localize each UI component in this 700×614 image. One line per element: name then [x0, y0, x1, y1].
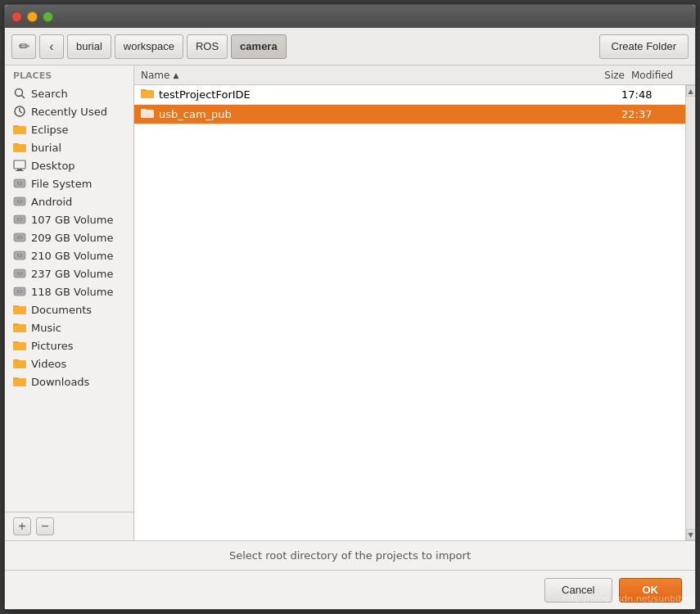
- folder-icon-pictures: [13, 339, 26, 352]
- sidebar-label-videos: Videos: [31, 358, 66, 370]
- sidebar-label-downloads: Downloads: [31, 376, 89, 388]
- svg-point-29: [19, 273, 20, 274]
- svg-rect-9: [14, 160, 25, 169]
- svg-rect-11: [16, 170, 24, 171]
- sidebar-item-search[interactable]: Search: [5, 84, 133, 102]
- svg-line-4: [20, 111, 22, 113]
- crumb-burial[interactable]: burial: [67, 34, 111, 59]
- sidebar-label-209gb: 209 GB Volume: [31, 232, 113, 244]
- sidebar-footer: + −: [5, 512, 133, 540]
- sidebar-item-documents[interactable]: Documents: [5, 300, 133, 318]
- file-row[interactable]: usb_cam_pub 22:37: [134, 105, 685, 124]
- folder-icon-eclipse: [13, 123, 26, 136]
- maximize-btn[interactable]: [43, 11, 53, 22]
- titlebar: [5, 5, 695, 28]
- remove-bookmark-button[interactable]: −: [36, 517, 54, 535]
- close-btn[interactable]: [11, 11, 22, 22]
- content-area: Places Search Recently Used Ec: [5, 65, 695, 540]
- sidebar-label-210gb: 210 GB Volume: [31, 250, 113, 262]
- back-button[interactable]: ‹: [39, 34, 64, 59]
- sidebar-label-desktop: Desktop: [31, 160, 75, 172]
- drive-icon-107gb: [13, 213, 26, 226]
- svg-rect-10: [17, 169, 22, 170]
- drive-icon-209gb: [13, 231, 26, 244]
- sidebar-item-android[interactable]: Android: [5, 192, 133, 210]
- sidebar-label-107gb: 107 GB Volume: [31, 214, 113, 226]
- edit-icon: ✏: [19, 38, 29, 54]
- svg-rect-44: [141, 89, 147, 92]
- sort-icon: ▲: [173, 71, 178, 79]
- svg-rect-38: [13, 341, 19, 344]
- col-header-modified[interactable]: Modified: [631, 70, 689, 81]
- sidebar-item-209gb[interactable]: 209 GB Volume: [5, 228, 133, 246]
- sidebar-label-search: Search: [31, 88, 68, 100]
- back-icon: ‹: [49, 39, 53, 54]
- svg-rect-8: [13, 143, 19, 146]
- sidebar-label-eclipse: Eclipse: [31, 124, 69, 136]
- sidebar-item-desktop[interactable]: Desktop: [5, 156, 133, 174]
- file-row[interactable]: testProjectForIDE 17:48: [134, 85, 685, 105]
- folder-icon-testproject: [141, 88, 154, 102]
- sidebar-item-118gb[interactable]: 118 GB Volume: [5, 282, 133, 300]
- col-header-name[interactable]: Name ▲: [141, 70, 582, 81]
- scrollbar[interactable]: ▲ ▼: [685, 85, 695, 540]
- folder-icon-usbcampub: [141, 107, 154, 121]
- col-header-size[interactable]: Size: [582, 70, 631, 81]
- svg-point-23: [19, 237, 20, 238]
- sidebar-item-eclipse[interactable]: Eclipse: [5, 120, 133, 138]
- scroll-down-arrow[interactable]: ▼: [686, 529, 696, 540]
- crumb-ros[interactable]: ROS: [187, 34, 228, 59]
- svg-point-17: [19, 201, 20, 202]
- sidebar-item-recently-used[interactable]: Recently Used: [5, 102, 133, 120]
- bottom-bar: Cancel OK: [5, 570, 695, 609]
- sidebar-item-filesystem[interactable]: File System: [5, 174, 133, 192]
- svg-rect-34: [13, 305, 19, 308]
- svg-rect-40: [13, 359, 19, 362]
- sidebar-item-237gb[interactable]: 237 GB Volume: [5, 264, 133, 282]
- minimize-btn[interactable]: [27, 11, 38, 22]
- drive-icon-118gb: [13, 285, 26, 298]
- add-bookmark-button[interactable]: +: [13, 517, 31, 535]
- sidebar: Places Search Recently Used Ec: [5, 65, 134, 540]
- file-modified-testproject: 17:48: [621, 88, 679, 101]
- sidebar-item-burial[interactable]: burial: [5, 138, 133, 156]
- sidebar-header: Places: [5, 65, 133, 84]
- clock-icon: [13, 105, 26, 118]
- file-list-header: Name ▲ Size Modified: [134, 65, 695, 85]
- edit-button[interactable]: ✏: [11, 34, 36, 59]
- svg-point-0: [16, 89, 23, 97]
- folder-icon-burial: [13, 141, 26, 154]
- sidebar-label-burial: burial: [31, 142, 61, 154]
- svg-rect-46: [141, 109, 147, 111]
- status-message: Select root directory of the projects to…: [229, 549, 471, 562]
- sidebar-item-videos[interactable]: Videos: [5, 354, 133, 372]
- folder-icon-documents: [13, 303, 26, 316]
- svg-rect-36: [13, 323, 19, 326]
- sidebar-label-filesystem: File System: [31, 178, 92, 190]
- drive-icon-filesystem: [13, 177, 26, 190]
- file-name-usbcampub: usb_cam_pub: [141, 107, 572, 121]
- sidebar-item-210gb[interactable]: 210 GB Volume: [5, 246, 133, 264]
- drive-icon-237gb: [13, 267, 26, 280]
- sidebar-item-107gb[interactable]: 107 GB Volume: [5, 210, 133, 228]
- crumb-workspace[interactable]: workspace: [115, 34, 183, 59]
- svg-point-32: [19, 291, 20, 292]
- sidebar-label-237gb: 237 GB Volume: [31, 268, 113, 280]
- sidebar-label-118gb: 118 GB Volume: [31, 286, 113, 298]
- ok-button[interactable]: OK: [619, 578, 683, 603]
- svg-point-14: [19, 183, 20, 184]
- sidebar-item-pictures[interactable]: Pictures: [5, 336, 133, 354]
- scroll-up-arrow[interactable]: ▲: [686, 85, 696, 97]
- cancel-button[interactable]: Cancel: [544, 578, 612, 603]
- crumb-camera[interactable]: camera: [231, 34, 287, 59]
- sidebar-item-music[interactable]: Music: [5, 318, 133, 336]
- sidebar-item-downloads[interactable]: Downloads: [5, 372, 133, 391]
- main-panel: Name ▲ Size Modified: [134, 65, 695, 540]
- svg-rect-42: [13, 377, 19, 380]
- toolbar: ✏ ‹ burial workspace ROS camera Create F…: [5, 28, 695, 65]
- drive-icon-android: [13, 195, 26, 208]
- sidebar-label-recently-used: Recently Used: [31, 106, 107, 118]
- file-name-testproject: testProjectForIDE: [141, 88, 572, 102]
- file-list: testProjectForIDE 17:48 usb_cam_pub: [134, 85, 685, 540]
- create-folder-button[interactable]: Create Folder: [599, 34, 689, 59]
